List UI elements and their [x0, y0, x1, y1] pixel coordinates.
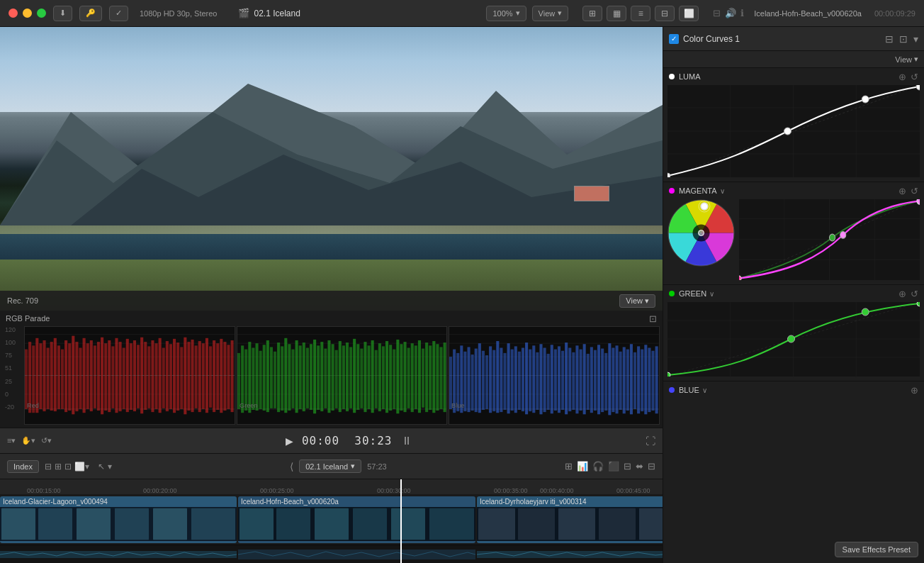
svg-rect-218 [518, 508, 555, 540]
timeline-right-icon-2[interactable]: 📊 [577, 461, 588, 472]
svg-rect-122 [400, 344, 402, 411]
svg-rect-196 [641, 350, 644, 411]
tick-7: 00:00:45:00 [616, 487, 650, 494]
green-eyedropper[interactable]: ⊕ [898, 289, 906, 299]
timeline-icon-2[interactable]: ⊞ [55, 462, 62, 472]
timeline-right-icon-6[interactable]: ⬌ [636, 461, 643, 472]
svg-rect-45 [151, 340, 154, 412]
svg-rect-214 [391, 508, 425, 540]
color-wheel[interactable] [667, 199, 735, 267]
clip-glacier[interactable]: Iceland-Glacier-Lagoon_v000494 [0, 496, 237, 543]
svg-rect-132 [436, 344, 439, 411]
transport-icon-1[interactable]: ≡▾ [7, 436, 16, 445]
clip-hofn-label: Iceland-Hofn-Beach_v000620a [238, 496, 475, 507]
svg-rect-207 [153, 508, 187, 540]
skip-back-icon[interactable]: ⟨ [290, 461, 293, 472]
curves-view-row: View ▾ [663, 51, 924, 68]
key-button[interactable]: 🔑 [79, 6, 102, 21]
color-space-label: Rec. 709 [7, 296, 38, 305]
svg-rect-115 [374, 350, 377, 408]
svg-rect-18 [54, 338, 57, 411]
index-button[interactable]: Index [7, 460, 39, 473]
luma-reset[interactable]: ↺ [911, 72, 918, 82]
timeline-right-icon-3[interactable]: 🎧 [592, 461, 604, 472]
green-curve[interactable] [667, 302, 920, 377]
timeline-right-icon-1[interactable]: ⊞ [565, 461, 573, 472]
clip-dyr1[interactable]: Iceland-Dyrholaeyjarv iti_v000314 [477, 496, 663, 543]
pause-icon[interactable]: ⏸ [401, 435, 412, 447]
magenta-eyedropper[interactable]: ⊕ [898, 186, 906, 196]
transport-icon-3[interactable]: ↺▾ [41, 436, 52, 445]
transport-icon-2[interactable]: ✋▾ [21, 436, 35, 445]
timeline-bar: Index ⊟ ⊞ ⊡ ⬜▾ ↖ ▾ ⟨ 02.1 Iceland ▾ 57:2… [0, 453, 663, 479]
timeline-clip-selector[interactable]: 02.1 Iceland ▾ [299, 459, 361, 473]
fullscreen-button[interactable]: ⛶ [646, 435, 655, 447]
svg-rect-178 [576, 345, 579, 413]
svg-rect-97 [310, 344, 312, 410]
luma-graph[interactable] [667, 85, 920, 177]
color-sample [574, 186, 609, 201]
svg-point-247 [699, 230, 704, 236]
svg-rect-221 [639, 508, 663, 540]
download-button[interactable]: ⬇ [53, 6, 72, 21]
curves-view-dropdown[interactable]: View ▾ [895, 55, 918, 64]
svg-rect-92 [291, 350, 294, 408]
timeline-icon-1[interactable]: ⊟ [45, 462, 52, 472]
waveform-export-button[interactable]: ⊡ [649, 313, 657, 324]
svg-rect-189 [616, 345, 619, 413]
luma-tools: ⊕ ↺ [898, 72, 918, 82]
timeline-right-icon-7[interactable]: ⊟ [648, 461, 655, 472]
timeline-right-icon-5[interactable]: ⊟ [624, 461, 631, 472]
svg-rect-94 [298, 345, 301, 409]
select-icon[interactable]: ↖ [98, 462, 105, 472]
view-button[interactable]: View ▾ [532, 6, 569, 21]
svg-rect-127 [418, 340, 421, 413]
layout-btn-1[interactable]: ⊞ [582, 6, 602, 21]
svg-rect-52 [176, 342, 179, 411]
svg-rect-131 [432, 341, 435, 413]
magenta-header: MAGENTA ∨ ⊕ ↺ [663, 182, 924, 199]
green-dot [669, 291, 675, 296]
check-button[interactable]: ✓ [109, 6, 128, 21]
luma-eyedropper[interactable]: ⊕ [898, 72, 906, 82]
layout-btn-3[interactable]: ≡ [631, 6, 650, 21]
timeline-duration: 57:23 [367, 462, 387, 471]
curves-icon-2[interactable]: ⊡ [899, 33, 908, 45]
svg-rect-59 [202, 343, 205, 409]
layout-btn-2[interactable]: ▦ [607, 6, 626, 21]
magenta-reset[interactable]: ↺ [911, 186, 918, 196]
curves-icon-1[interactable]: ⊟ [885, 33, 894, 45]
timeline-icon-3[interactable]: ⊡ [64, 462, 72, 472]
play-button[interactable]: ▶ [286, 435, 293, 447]
svg-rect-157 [500, 348, 503, 413]
select-icon-2[interactable]: ▾ [108, 462, 112, 472]
timeline-right-icon-4[interactable]: ⬛ [608, 461, 619, 472]
zoom-selector[interactable]: 100% ▾ [486, 6, 526, 21]
svg-rect-158 [504, 353, 507, 410]
curves-header: ✓ Color Curves 1 ⊟ ⊡ ▾ [663, 27, 924, 51]
magenta-curve[interactable] [739, 199, 920, 280]
save-effects-preset-button[interactable]: Save Effects Preset [835, 542, 918, 557]
blue-eyedropper[interactable]: ⊕ [911, 385, 918, 396]
svg-rect-112 [364, 342, 366, 412]
svg-rect-50 [169, 344, 172, 409]
svg-rect-31 [101, 338, 103, 415]
curves-enable-checkbox[interactable]: ✓ [669, 34, 679, 44]
minimize-button[interactable] [23, 9, 32, 18]
fullscreen-button[interactable] [37, 9, 46, 18]
layout-btn-5[interactable]: ⬜ [679, 6, 699, 21]
video-view-button[interactable]: View ▾ [619, 294, 655, 308]
tick-6: 00:00:40:00 [540, 487, 574, 494]
svg-point-270 [788, 335, 795, 342]
svg-rect-36 [119, 342, 122, 411]
svg-rect-120 [393, 350, 395, 409]
close-button[interactable] [9, 9, 18, 18]
blue-header: BLUE ∨ ⊕ [663, 381, 924, 398]
green-reset[interactable]: ↺ [911, 289, 918, 299]
svg-rect-21 [64, 340, 67, 412]
svg-rect-150 [475, 349, 478, 413]
curves-icon-3[interactable]: ▾ [913, 33, 918, 45]
layout-btn-4[interactable]: ⊟ [655, 6, 675, 21]
clip-hofn[interactable]: Iceland-Hofn-Beach_v000620a [238, 496, 475, 543]
timeline-icon-4[interactable]: ⬜▾ [74, 462, 89, 472]
